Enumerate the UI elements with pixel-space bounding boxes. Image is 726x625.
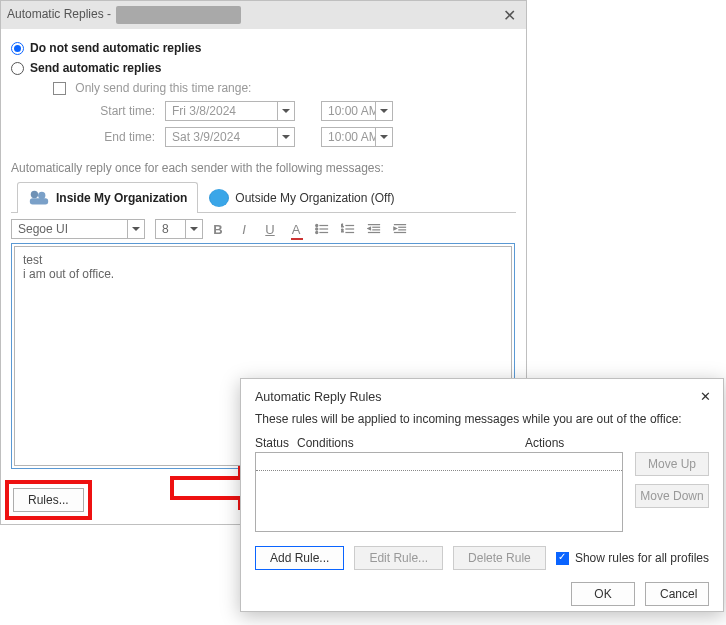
indent-button[interactable] xyxy=(389,219,411,239)
rules-button[interactable]: Rules... xyxy=(13,488,84,512)
underline-button[interactable]: U xyxy=(259,219,281,239)
svg-rect-2 xyxy=(30,198,48,204)
svg-point-1 xyxy=(38,192,45,199)
tab-inside-org[interactable]: Inside My Organization xyxy=(17,182,198,213)
svg-point-5 xyxy=(316,232,318,234)
bullet-list-button[interactable] xyxy=(311,219,333,239)
chevron-down-icon xyxy=(277,102,294,120)
people-icon xyxy=(28,189,50,207)
automatic-reply-rules-dialog: Automatic Reply Rules ✕ These rules will… xyxy=(240,378,724,612)
cancel-button[interactable]: Cancel xyxy=(645,582,709,606)
radio-icon xyxy=(11,62,24,75)
dialog-title-prefix: Automatic Replies - xyxy=(7,7,114,21)
rules-button-highlight: Rules... xyxy=(5,480,92,520)
move-down-button[interactable]: Move Down xyxy=(635,484,709,508)
italic-button[interactable]: I xyxy=(233,219,255,239)
start-time-combo[interactable]: 10:00 AM xyxy=(321,101,393,121)
svg-point-0 xyxy=(31,191,38,198)
svg-text:2: 2 xyxy=(341,228,344,233)
globe-icon xyxy=(209,189,229,207)
tab-outside-label: Outside My Organization (Off) xyxy=(235,191,394,205)
reply-scope-tabs: Inside My Organization Outside My Organi… xyxy=(11,181,516,213)
font-name-value: Segoe UI xyxy=(12,222,127,236)
formatting-toolbar: Segoe UI 8 B I U A 12 xyxy=(11,213,516,243)
radio-do-not-send[interactable]: Do not send automatic replies xyxy=(11,41,516,55)
only-send-range-row[interactable]: Only send during this time range: xyxy=(53,81,516,95)
number-list-button[interactable]: 12 xyxy=(337,219,359,239)
end-date-combo[interactable]: Sat 3/9/2024 xyxy=(165,127,295,147)
auto-reply-note: Automatically reply once for each sender… xyxy=(11,161,516,175)
rules-dialog-title: Automatic Reply Rules xyxy=(255,390,381,404)
chevron-down-icon xyxy=(185,220,202,238)
header-status: Status xyxy=(255,436,297,450)
font-size-combo[interactable]: 8 xyxy=(155,219,203,239)
chevron-down-icon xyxy=(375,128,392,146)
close-icon[interactable]: ✕ xyxy=(498,6,520,25)
automatic-replies-titlebar: Automatic Replies - ✕ xyxy=(1,1,526,29)
start-time-value: 10:00 AM xyxy=(322,104,375,118)
move-up-button[interactable]: Move Up xyxy=(635,452,709,476)
outdent-button[interactable] xyxy=(363,219,385,239)
font-size-value: 8 xyxy=(156,222,185,236)
rules-description: These rules will be applied to incoming … xyxy=(255,412,709,426)
edit-rule-button[interactable]: Edit Rule... xyxy=(354,546,443,570)
show-all-profiles-label: Show rules for all profiles xyxy=(575,551,709,565)
tab-inside-label: Inside My Organization xyxy=(56,191,187,205)
chevron-down-icon xyxy=(127,220,144,238)
chevron-down-icon xyxy=(375,102,392,120)
radio-do-not-send-label: Do not send automatic replies xyxy=(30,41,201,55)
delete-rule-button[interactable]: Delete Rule xyxy=(453,546,546,570)
bold-button[interactable]: B xyxy=(207,219,229,239)
account-name-redacted xyxy=(116,6,241,24)
close-icon[interactable]: ✕ xyxy=(700,389,711,404)
time-range-block: Only send during this time range: Start … xyxy=(53,81,516,147)
radio-icon xyxy=(11,42,24,55)
chevron-down-icon xyxy=(277,128,294,146)
end-time-label: End time: xyxy=(79,130,165,144)
header-actions: Actions xyxy=(525,436,709,450)
only-send-range-label: Only send during this time range: xyxy=(75,81,251,95)
checkbox-icon xyxy=(53,82,66,95)
radio-send[interactable]: Send automatic replies xyxy=(11,61,516,75)
end-time-value: 10:00 AM xyxy=(322,130,375,144)
font-color-button[interactable]: A xyxy=(285,219,307,239)
start-date-combo[interactable]: Fri 3/8/2024 xyxy=(165,101,295,121)
rules-dialog-titlebar: Automatic Reply Rules ✕ xyxy=(241,379,723,412)
start-time-label: Start time: xyxy=(79,104,165,118)
add-rule-button[interactable]: Add Rule... xyxy=(255,546,344,570)
ok-button[interactable]: OK xyxy=(571,582,635,606)
end-time-combo[interactable]: 10:00 AM xyxy=(321,127,393,147)
header-conditions: Conditions xyxy=(297,436,525,450)
rules-list-headers: Status Conditions Actions xyxy=(255,436,709,450)
start-date-value: Fri 3/8/2024 xyxy=(166,104,277,118)
rules-list-selected-row[interactable] xyxy=(256,453,622,471)
font-name-combo[interactable]: Segoe UI xyxy=(11,219,145,239)
start-time-row: Start time: Fri 3/8/2024 10:00 AM xyxy=(79,101,516,121)
show-all-profiles-checkbox[interactable]: Show rules for all profiles xyxy=(556,551,709,565)
end-date-value: Sat 3/9/2024 xyxy=(166,130,277,144)
svg-point-3 xyxy=(316,225,318,227)
tab-outside-org[interactable]: Outside My Organization (Off) xyxy=(198,182,405,213)
checkbox-icon xyxy=(556,552,569,565)
rules-list[interactable] xyxy=(255,452,623,532)
end-time-row: End time: Sat 3/9/2024 10:00 AM xyxy=(79,127,516,147)
dialog-title: Automatic Replies - xyxy=(7,6,241,24)
svg-point-4 xyxy=(316,228,318,230)
radio-send-label: Send automatic replies xyxy=(30,61,161,75)
